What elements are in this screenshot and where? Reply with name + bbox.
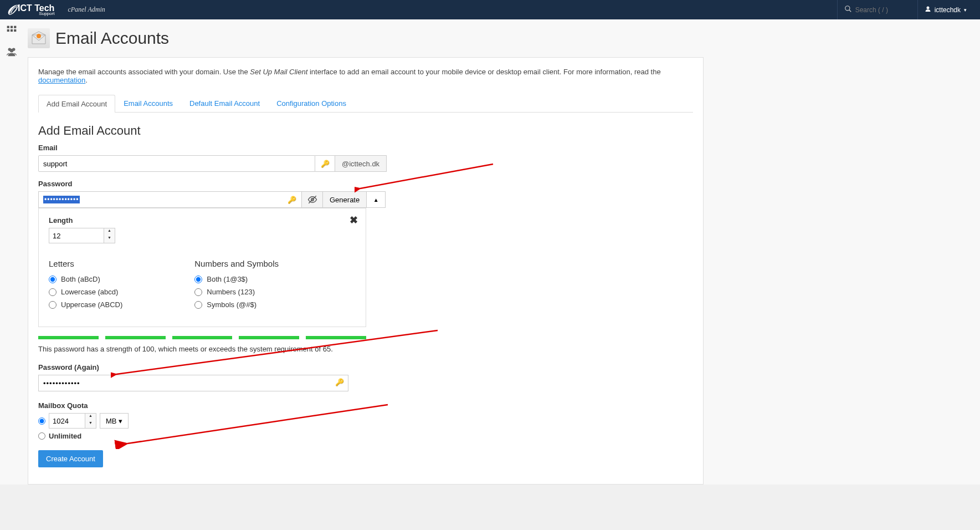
grid-icon[interactable] [3,24,20,37]
password-label: Password [38,180,693,188]
caret-down-icon: ▾ [964,7,967,13]
generate-options-panel: ✖ Length ▲▼ Letters Both (aBcD) Lowercas… [38,208,366,327]
logo-sub-text: Support [18,12,54,16]
password-strength-meter [38,336,366,339]
documentation-link[interactable]: documentation [38,76,85,84]
svg-line-1 [849,10,851,12]
letters-lower-option[interactable]: Lowercase (abcd) [49,288,122,296]
section-title: Add Email Account [38,124,693,138]
close-icon[interactable]: ✖ [350,214,358,226]
user-menu[interactable]: icttechdk ▾ [917,0,973,19]
tab-add-email-account[interactable]: Add Email Account [38,95,115,113]
quota-fixed-radio[interactable] [38,417,45,425]
search-icon [844,5,852,14]
numsym-both-option[interactable]: Both (1@3$) [194,275,279,283]
logo: 𝒪 ICT Tech Support cPanel Admin [7,2,105,18]
page-title: Email Accounts [55,29,169,48]
generate-options-toggle[interactable]: ▲ [367,191,386,208]
svg-point-0 [845,6,849,11]
letters-upper-option[interactable]: Uppercase (ABCD) [49,300,122,309]
svg-rect-6 [7,29,9,32]
letters-both-option[interactable]: Both (aBcD) [49,275,122,283]
search-input[interactable] [855,6,911,14]
domain-addon: @icttech.dk [335,155,387,172]
username-label: icttechdk [935,6,961,14]
length-label: Length [49,216,356,225]
generate-password-button[interactable]: Generate [323,191,367,208]
email-page-icon [28,28,50,48]
left-sidebar [0,19,23,485]
quota-label: Mailbox Quota [38,401,693,410]
length-stepper[interactable]: ▲▼ [104,228,115,243]
email-input[interactable] [38,155,315,172]
password-input[interactable]: •••••••••••• [38,191,282,208]
password-again-input[interactable] [38,375,348,391]
content-card: Manage the email accounts associated wit… [28,57,704,485]
letters-heading: Letters [49,259,122,268]
tabs: Add Email Account Email Accounts Default… [38,94,693,113]
top-header: 𝒪 ICT Tech Support cPanel Admin icttechd… [0,0,980,19]
svg-rect-8 [14,29,16,32]
quota-unit-dropdown[interactable]: MB ▾ [100,413,129,429]
quota-unlimited-radio[interactable] [38,432,45,440]
password-field-icon: 🔑 [282,191,302,208]
quota-stepper[interactable]: ▲▼ [85,413,96,429]
tab-default-email-account[interactable]: Default Email Account [181,94,268,112]
global-search[interactable] [837,0,917,19]
svg-rect-4 [11,26,13,28]
svg-rect-7 [11,29,13,32]
email-field-icon: 🔑 [315,155,335,172]
password-strength-text: This password has a strength of 100, whi… [38,345,693,353]
toggle-password-visibility-button[interactable] [302,191,323,208]
svg-point-11 [10,49,13,52]
users-icon[interactable] [3,45,20,58]
page-header: Email Accounts [23,19,980,57]
page-description: Manage the email accounts associated wit… [38,68,693,84]
logo-swoosh-icon: 𝒪 [7,2,14,18]
length-input[interactable] [49,228,104,243]
password-again-label: Password (Again) [38,363,693,371]
numsym-heading: Numbers and Symbols [194,259,279,268]
svg-point-14 [37,34,41,38]
numsym-numbers-option[interactable]: Numbers (123) [194,288,279,296]
create-account-button[interactable]: Create Account [38,450,103,467]
svg-rect-5 [14,26,16,28]
svg-rect-3 [7,26,9,28]
tab-configuration-options[interactable]: Configuration Options [268,94,355,112]
unlimited-label: Unlimited [49,432,81,440]
svg-point-2 [926,7,929,9]
numsym-symbols-option[interactable]: Symbols (@#$) [194,300,279,309]
user-icon [925,6,931,14]
tab-email-accounts[interactable]: Email Accounts [115,94,181,112]
email-label: Email [38,144,693,152]
quota-input[interactable] [49,413,85,429]
password-again-field-icon: 🔑 [335,378,344,386]
logo-admin-text: cPanel Admin [68,6,105,14]
